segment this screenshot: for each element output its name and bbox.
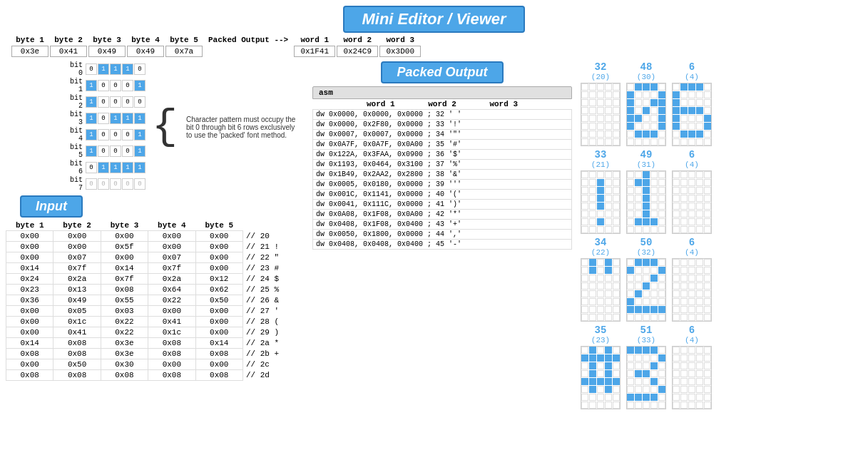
input-cell-r5-c3: 0x64: [148, 285, 195, 295]
input-cell-r6-c4: 0x50: [195, 295, 242, 306]
pixel-2-2-7-1: [680, 314, 688, 321]
pixel-0-0-2-0: [581, 99, 588, 106]
pixel-0-3-1-3: [605, 354, 612, 362]
pixel-0-3-4-2: [597, 378, 604, 385]
bit-cell-r4-c1[interactable]: 0: [98, 129, 109, 140]
pixel-2-2-1-4: [704, 267, 711, 274]
pixel-0-3-4-3: [605, 378, 612, 385]
pixel-0-0-0-2: [597, 83, 604, 91]
bit-cell-r6-c4[interactable]: 1: [134, 162, 145, 173]
pixel-0-1-6-4: [613, 218, 620, 225]
pixel-2-1-1-3: [696, 179, 703, 186]
asm-tab[interactable]: asm: [312, 86, 572, 99]
bit-cell-r7-c0[interactable]: 0: [86, 178, 97, 190]
bit-cell-r1-c4[interactable]: 1: [134, 80, 145, 91]
pixel-1-0-7-0: [627, 138, 634, 145]
bit-cell-r2-c4[interactable]: 0: [134, 96, 145, 108]
pixel-0-0-5-3: [605, 123, 612, 130]
pixel-0-2-7-0: [581, 314, 588, 321]
output-cell-6: dw 0x1B49, 0x2AA2, 0x2800 ; 38 '&': [313, 170, 572, 180]
char-sublabel-2-2: (4): [685, 248, 699, 257]
bit-cell-r5-c0[interactable]: 1: [86, 145, 97, 157]
bit-cell-r4-c3[interactable]: 0: [122, 129, 133, 140]
bit-cell-r3-c3[interactable]: 1: [122, 113, 133, 124]
pixel-0-0-7-0: [581, 138, 588, 145]
bit-cell-r6-c0[interactable]: 0: [86, 162, 97, 173]
bit-cell-r2-c3[interactable]: 0: [122, 96, 133, 108]
char-pixel-grid-1-0: [626, 83, 666, 146]
pixel-1-2-3-4: [658, 282, 665, 290]
pixel-1-0-0-2: [643, 83, 650, 91]
bit-cell-r0-c0[interactable]: 0: [86, 63, 97, 75]
char-sublabel-1-2: (32): [637, 248, 655, 257]
pixel-0-3-0-1: [589, 347, 596, 354]
pixel-1-2-2-0: [627, 275, 634, 282]
bit-cell-r4-c2[interactable]: 0: [110, 129, 121, 140]
pixel-0-1-6-0: [581, 218, 588, 225]
bit-cell-r7-c4[interactable]: 0: [134, 178, 145, 190]
pixel-2-2-2-4: [704, 275, 711, 282]
pixel-0-0-4-4: [613, 115, 620, 122]
pixel-2-2-0-2: [688, 259, 695, 266]
bit-cell-r4-c0[interactable]: 1: [86, 129, 97, 140]
pixel-2-3-6-4: [704, 394, 711, 401]
bit-cell-r1-c2[interactable]: 0: [110, 80, 121, 91]
pixel-2-1-6-2: [688, 218, 695, 225]
bit-cell-r7-c2[interactable]: 0: [110, 178, 121, 190]
pixel-2-2-7-3: [696, 314, 703, 321]
pixel-2-0-4-4: [704, 115, 711, 122]
pixel-1-0-6-2: [643, 131, 650, 138]
bit-cell-r6-c2[interactable]: 1: [110, 162, 121, 173]
pixel-1-3-5-1: [635, 386, 642, 393]
bit-cell-r1-c1[interactable]: 0: [98, 80, 109, 91]
bit-row-0: bit 001110: [63, 61, 146, 77]
pixel-1-1-0-2: [643, 171, 650, 178]
pixel-1-0-1-1: [635, 91, 642, 98]
bit-cell-r2-c2[interactable]: 0: [110, 96, 121, 108]
pixel-0-2-4-1: [589, 290, 596, 297]
output-table: word 1 word 2 word 3 dw 0x0000, 0x0000, …: [312, 99, 572, 250]
bit-cell-r5-c3[interactable]: 0: [122, 145, 133, 157]
bit-cell-r0-c1[interactable]: 1: [98, 63, 109, 75]
pixel-1-1-7-4: [658, 226, 665, 233]
output-table-scroll[interactable]: word 1 word 2 word 3 dw 0x0000, 0x0000, …: [312, 99, 572, 250]
pixel-0-0-6-1: [589, 131, 596, 138]
pixel-0-1-4-0: [581, 203, 588, 210]
bit-cell-r6-c1[interactable]: 1: [98, 162, 109, 173]
pixel-2-1-4-3: [696, 203, 703, 210]
pixel-0-3-3-4: [613, 370, 620, 377]
pixel-0-3-7-4: [613, 402, 620, 409]
bit-cell-r0-c2[interactable]: 1: [110, 63, 121, 75]
pixel-1-0-3-4: [658, 107, 665, 114]
pixel-1-3-2-3: [650, 362, 658, 369]
bit-cell-r6-c3[interactable]: 1: [122, 162, 133, 173]
pixel-1-0-5-2: [643, 123, 650, 130]
bit-cell-r0-c3[interactable]: 1: [122, 63, 133, 75]
pixel-2-1-2-1: [680, 187, 688, 194]
bit-cell-r7-c3[interactable]: 0: [122, 178, 133, 190]
bit-cell-r3-c2[interactable]: 1: [110, 113, 121, 124]
bit-cell-r4-c4[interactable]: 1: [134, 129, 145, 140]
bit-cell-r3-c0[interactable]: 1: [86, 113, 97, 124]
bit-cell-r2-c1[interactable]: 0: [98, 96, 109, 108]
pixel-0-2-5-4: [613, 298, 620, 305]
bit-cell-r0-c4[interactable]: 0: [134, 63, 145, 75]
bit-cell-r3-c1[interactable]: 0: [98, 113, 109, 124]
input-table-scroll[interactable]: byte 1 byte 2 byte 3 byte 4 byte 5 0x000…: [6, 220, 301, 381]
bit-cell-r1-c3[interactable]: 0: [122, 80, 133, 91]
bit-cell-r5-c2[interactable]: 0: [110, 145, 121, 157]
pixel-0-1-4-2: [597, 203, 604, 210]
output-table-row-5: dw 0x1193, 0x0464, 0x3100 ; 37 '%': [313, 160, 572, 170]
pixel-0-2-2-1: [589, 275, 596, 282]
bit-cell-r5-c1[interactable]: 0: [98, 145, 109, 157]
bit-cell-r1-c0[interactable]: 1: [86, 80, 97, 91]
bit-cell-r3-c4[interactable]: 1: [134, 113, 145, 124]
bit-cell-r7-c1[interactable]: 0: [98, 178, 109, 190]
output-table-row-11: dw 0x0408, 0x1F08, 0x0400 ; 43 '+': [313, 220, 572, 230]
pixel-0-0-5-2: [597, 123, 604, 130]
pixel-2-3-0-0: [673, 347, 680, 354]
bit-cell-r5-c4[interactable]: 1: [134, 145, 145, 157]
bit-cell-r2-c0[interactable]: 1: [86, 96, 97, 108]
pixel-1-3-4-4: [658, 378, 665, 385]
pixel-2-0-0-2: [688, 83, 695, 91]
